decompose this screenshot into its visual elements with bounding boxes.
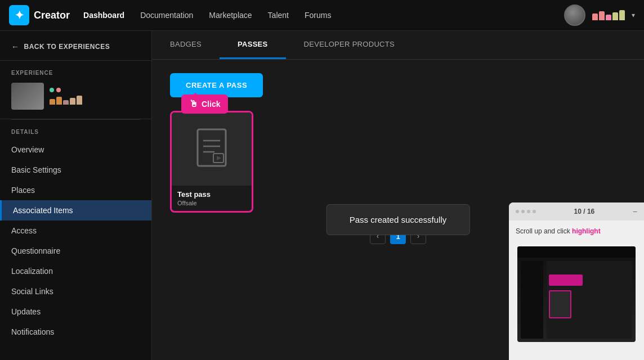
click-cursor-icon: 🖱	[189, 99, 198, 109]
panel-minimize-button[interactable]: −	[633, 207, 637, 216]
tabs-bar: BADGES PASSES DEVELOPER PRODUCTS	[152, 31, 644, 60]
nav-link-documentation[interactable]: Documentation	[140, 11, 193, 20]
top-nav: ✦ Creator Dashboard Documentation Market…	[0, 0, 644, 31]
sidebar-item-questionnaire[interactable]: Questionnaire	[0, 241, 151, 261]
sidebar-item-localization[interactable]: Localization	[0, 261, 151, 281]
back-label: BACK TO EXPERIENCES	[24, 43, 110, 51]
nav-icons	[592, 10, 625, 20]
click-tooltip: 🖱 Click	[181, 94, 228, 114]
pass-card[interactable]: Test pass Offsale	[170, 111, 253, 213]
exp-bars	[50, 96, 82, 105]
sidebar-item-associated-items[interactable]: Associated Items	[0, 200, 151, 220]
svg-marker-5	[217, 156, 221, 160]
screenshot-main	[547, 261, 632, 339]
click-tooltip-label: Click	[202, 100, 220, 109]
nav-right: ▾	[564, 4, 635, 26]
sidebar-item-basic-settings[interactable]: Basic Settings	[0, 160, 151, 180]
back-arrow-icon: ←	[11, 42, 20, 51]
handle-dot	[527, 210, 530, 213]
screenshot-content	[517, 258, 636, 342]
panel-screenshot	[517, 246, 636, 342]
handle-dot	[533, 210, 536, 213]
tab-badges[interactable]: BADGES	[152, 31, 220, 59]
screenshot-highlight-box	[549, 274, 583, 286]
sidebar-item-places[interactable]: Places	[0, 180, 151, 200]
sidebar-item-notifications[interactable]: Notifications	[0, 322, 151, 342]
sidebar-item-updates[interactable]: Updates	[0, 302, 151, 322]
pass-card-status: Offsale	[177, 200, 246, 206]
back-to-experiences-button[interactable]: ← BACK TO EXPERIENCES	[0, 31, 151, 61]
passes-grid: Test pass Offsale	[170, 111, 626, 213]
main-content: BADGES PASSES DEVELOPER PRODUCTS CREATE …	[152, 31, 644, 360]
experience-preview	[11, 83, 140, 110]
success-toast: Pass created successfully	[327, 204, 470, 235]
panel-counter: 10 / 16	[574, 208, 595, 215]
sidebar-item-overview[interactable]: Overview	[0, 140, 151, 160]
svg-rect-0	[198, 129, 226, 166]
pass-card-info: Test pass Offsale	[172, 186, 252, 211]
nav-link-talent[interactable]: Talent	[268, 11, 289, 20]
nav-bars-icon	[592, 10, 625, 20]
pass-card-name: Test pass	[177, 190, 246, 199]
panel-scroll-text: Scroll up and click	[516, 227, 572, 235]
experience-section: EXPERIENCE	[0, 61, 151, 119]
tab-developer-products[interactable]: DEVELOPER PRODUCTS	[286, 31, 413, 59]
details-label: DETAILS	[0, 120, 151, 140]
panel-highlight-word: highlight	[572, 227, 601, 235]
screenshot-inner	[517, 246, 636, 342]
panel-overlay: 10 / 16 − Scroll up and click highlight	[509, 202, 644, 360]
exp-color-dots	[50, 88, 82, 92]
nav-link-marketplace[interactable]: Marketplace	[209, 11, 252, 20]
experience-thumbnail	[11, 83, 44, 110]
nav-links: Dashboard Documentation Marketplace Tale…	[83, 11, 564, 20]
experience-label: EXPERIENCE	[11, 70, 140, 76]
nav-link-forums[interactable]: Forums	[305, 11, 331, 20]
pass-document-icon	[192, 127, 231, 172]
panel-body: Scroll up and click highlight	[509, 220, 644, 242]
sidebar-item-social-links[interactable]: Social Links	[0, 281, 151, 302]
panel-header: 10 / 16 −	[509, 202, 644, 220]
pass-card-image	[172, 112, 252, 186]
sidebar: ← BACK TO EXPERIENCES EXPERIENCE D	[0, 31, 152, 360]
handle-dot	[521, 210, 525, 213]
toast-message: Pass created successfully	[350, 215, 447, 224]
screenshot-card	[549, 290, 571, 318]
avatar	[564, 4, 585, 26]
nav-dropdown-arrow[interactable]: ▾	[632, 11, 635, 19]
create-pass-button[interactable]: CREATE A PASS	[170, 73, 263, 97]
logo-text: Creator	[34, 10, 70, 21]
screenshot-top-bar	[517, 246, 636, 258]
logo-icon: ✦	[9, 5, 29, 25]
panel-drag-handle	[516, 210, 536, 213]
handle-dot	[516, 210, 519, 213]
screenshot-sidebar	[521, 261, 543, 339]
tab-passes[interactable]: PASSES	[220, 31, 286, 59]
nav-link-dashboard[interactable]: Dashboard	[83, 11, 124, 20]
sidebar-item-access[interactable]: Access	[0, 220, 151, 241]
nav-logo: ✦ Creator	[9, 5, 70, 25]
